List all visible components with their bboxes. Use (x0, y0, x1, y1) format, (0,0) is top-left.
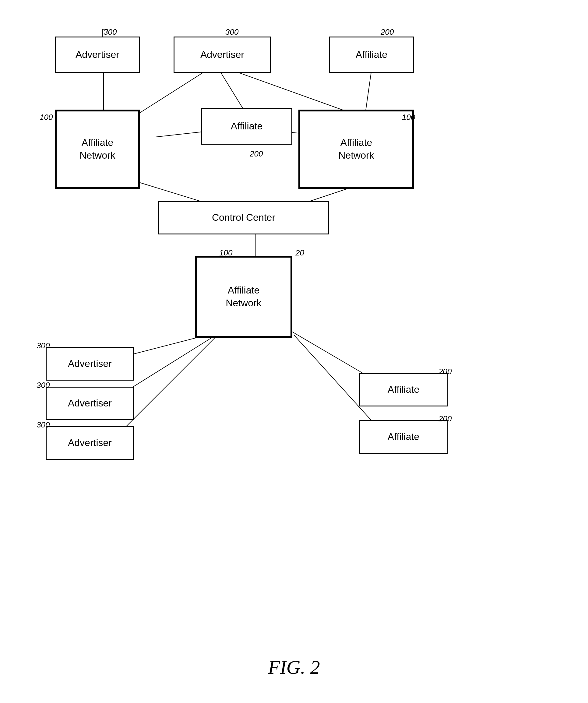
advertiser1-label: Advertiser (76, 49, 119, 61)
svg-line-4 (365, 70, 371, 113)
affiliate-network-right-box: AffiliateNetwork (298, 109, 414, 189)
affiliate-network-left-box: AffiliateNetwork (55, 109, 140, 189)
control-center-label: Control Center (212, 211, 275, 224)
advertiser4-box: Advertiser (46, 387, 134, 420)
advertiser5-box: Advertiser (46, 426, 134, 460)
advertiser2-box: Advertiser (173, 36, 271, 73)
advertiser5-label: Advertiser (68, 437, 112, 449)
ref-100-1: 100 (40, 113, 53, 122)
svg-line-3 (231, 70, 350, 113)
affiliate-right2-label: Affiliate (388, 431, 419, 443)
figure-label: FIG. 2 (268, 656, 320, 679)
affiliate-right1-box: Affiliate (359, 373, 448, 406)
ref-200-1: 200 (381, 27, 394, 37)
affiliate-top-box: Affiliate (329, 36, 414, 73)
svg-line-1 (140, 70, 207, 113)
control-center-box: Control Center (158, 201, 329, 234)
ref-100-2: 100 (402, 113, 415, 122)
ref-300-3: 300 (36, 341, 50, 350)
affiliate-network-mid-box: AffiliateNetwork (195, 256, 292, 338)
affiliate-center-label: Affiliate (231, 120, 263, 133)
advertiser1-box: Advertiser (55, 36, 140, 73)
affiliate-network-mid-label: AffiliateNetwork (226, 284, 261, 309)
affiliate-right1-label: Affiliate (388, 383, 419, 396)
ref-100-3: 100 (219, 248, 232, 257)
svg-line-2 (219, 70, 243, 109)
ref-200-4: 200 (438, 414, 452, 423)
affiliate-top-label: Affiliate (356, 49, 387, 61)
ref-200-2: 200 (250, 149, 263, 159)
ref-300-4: 300 (36, 381, 50, 390)
ref-300-2: 300 (225, 27, 238, 37)
affiliate-right2-box: Affiliate (359, 420, 448, 454)
advertiser2-label: Advertiser (200, 49, 244, 61)
advertiser3-box: Advertiser (46, 347, 134, 381)
ref-300-5: 300 (36, 420, 50, 429)
affiliate-network-left-label: AffiliateNetwork (79, 136, 115, 162)
affiliate-center-box: Affiliate (201, 108, 292, 145)
affiliate-network-right-label: AffiliateNetwork (338, 136, 374, 162)
advertiser4-label: Advertiser (68, 397, 112, 410)
ref-20: 20 (295, 248, 304, 257)
diagram: Advertiser 300 Advertiser 300 Affiliate … (30, 18, 558, 657)
advertiser3-label: Advertiser (68, 358, 112, 370)
ref-200-3: 200 (438, 367, 452, 376)
